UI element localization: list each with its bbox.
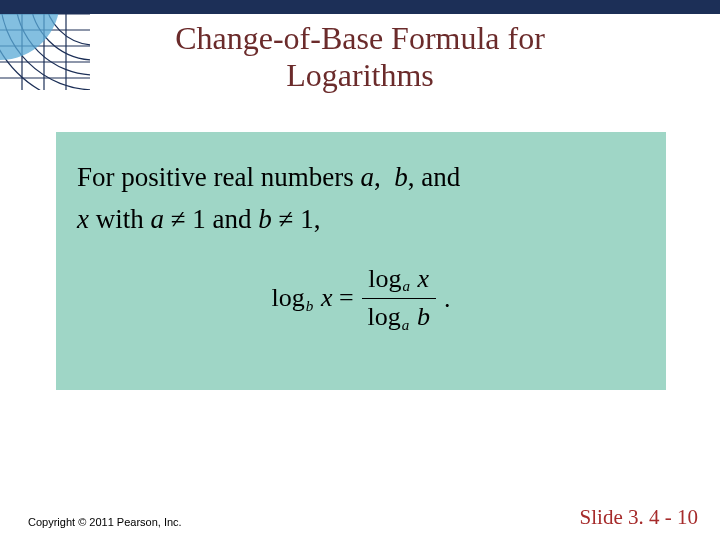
formula-fraction: loga x loga b [362, 263, 436, 336]
slide-title: Change-of-Base Formula for Logarithms [0, 20, 720, 94]
lhs-sub: b [305, 298, 315, 314]
cond-a: a [151, 204, 165, 234]
comma-2: , and [408, 162, 460, 192]
var-a: a [360, 162, 374, 192]
formula-row: logb x = loga x loga b . [77, 263, 645, 336]
and-text: and [206, 204, 258, 234]
ne-b: ≠ 1, [272, 204, 321, 234]
num-log: log [368, 264, 401, 293]
formula-period: . [444, 284, 451, 314]
lhs-log: log [272, 283, 305, 312]
den-log: log [368, 302, 401, 331]
den-sub: a [401, 317, 411, 333]
svg-rect-15 [0, 0, 90, 14]
title-line-2: Logarithms [286, 57, 434, 93]
slide-number: Slide 3. 4 - 10 [580, 505, 698, 530]
den-var: b [417, 302, 430, 331]
lhs-var: x [321, 283, 333, 312]
title-line-1: Change-of-Base Formula for [175, 20, 545, 56]
formula-lhs: logb x = [272, 283, 354, 314]
num-var: x [418, 264, 430, 293]
fraction-bar [362, 298, 436, 299]
fraction-numerator: loga x [362, 263, 435, 297]
with-text: with [89, 204, 151, 234]
change-of-base-formula: logb x = loga x loga b . [272, 263, 451, 336]
var-x: x [77, 204, 89, 234]
theorem-panel: For positive real numbers a, b, and x wi… [56, 132, 666, 390]
top-accent-bar [0, 0, 720, 14]
ne-a: ≠ 1 [164, 204, 206, 234]
eq-sign: = [332, 283, 353, 312]
stmt-prefix: For positive real numbers [77, 162, 360, 192]
theorem-statement: For positive real numbers a, b, and x wi… [77, 157, 645, 241]
comma-1: , [374, 162, 388, 192]
copyright-text: Copyright © 2011 Pearson, Inc. [28, 516, 182, 528]
var-b: b [394, 162, 408, 192]
cond-b: b [258, 204, 272, 234]
num-sub: a [402, 278, 412, 294]
fraction-denominator: loga b [362, 301, 436, 335]
corner-graphic [0, 0, 90, 90]
